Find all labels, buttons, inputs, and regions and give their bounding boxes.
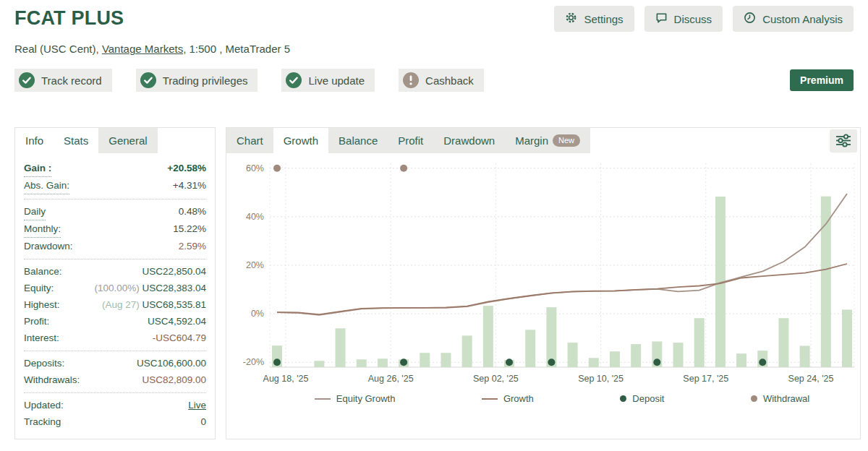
settings-button[interactable]: Settings — [554, 6, 634, 32]
badge-trading-privileges: Trading privileges — [136, 69, 258, 92]
badge-cashback: Cashback — [399, 69, 484, 92]
x-axis-label: Sep 10, '25 — [578, 374, 624, 384]
discuss-button[interactable]: Discuss — [644, 6, 723, 32]
equity-bars — [272, 197, 852, 367]
info-label-monthly[interactable]: Monthly: — [24, 220, 61, 238]
info-row-tracking: Tracking0 — [24, 413, 206, 430]
legend-label: Growth — [503, 393, 534, 404]
info-panel: InfoStatsGeneral Gain :+20.58%Abs. Gain:… — [14, 127, 216, 439]
badge-track-record: Track record — [14, 69, 112, 92]
svg-text:60%: 60% — [246, 163, 264, 173]
info-tab-general[interactable]: General — [98, 128, 157, 153]
info-value-profit: USC4,592.04 — [148, 313, 206, 330]
info-label-highest: Highest: — [24, 296, 60, 313]
info-tab-info[interactable]: Info — [15, 128, 54, 153]
custom-analysis-button[interactable]: Custom Analysis — [733, 6, 854, 32]
tab-label: Profit — [398, 134, 423, 147]
value-prefix: (100.00%) — [94, 283, 142, 293]
growth-chart-svg: 60%40%20%0%-20%Aug 18, '25Aug 26, '25Sep… — [228, 158, 860, 385]
check-circle-icon — [19, 72, 35, 88]
info-value-deposits: USC106,600.00 — [137, 355, 206, 371]
x-axis-label: Sep 24, '25 — [788, 374, 834, 384]
legend-label: Equity Growth — [336, 393, 396, 404]
tab-label: Margin — [515, 134, 548, 147]
info-label-interest: Interest: — [24, 330, 59, 346]
chart-panel: ChartGrowthBalanceProfitDrawdownMarginNe… — [226, 127, 861, 439]
badge-live-update: Live update — [281, 69, 375, 92]
legend-dot-swatch — [751, 395, 757, 402]
chart-tab-margin[interactable]: MarginNew — [505, 128, 590, 153]
x-axis-label: Aug 26, '25 — [368, 374, 414, 384]
info-label-updated: Updated: — [24, 397, 64, 413]
legend-item-withdrawal[interactable]: Withdrawal — [751, 393, 809, 404]
verification-badges: Track recordTrading privilegesLive updat… — [14, 69, 790, 92]
account-subtitle: Real (USC Cent), Vantage Markets, 1:500 … — [14, 43, 854, 55]
info-label-deposits: Deposits: — [24, 355, 64, 371]
info-value-highest: (Aug 27) USC68,535.81 — [102, 296, 206, 313]
legend-label: Withdrawal — [763, 393, 809, 404]
chart-tab-profit[interactable]: Profit — [388, 128, 433, 153]
clock-icon — [744, 12, 756, 26]
x-axis-label: Sep 17, '25 — [683, 374, 728, 384]
info-row-balance: Balance:USC22,850.04 — [24, 263, 206, 280]
legend-item-growth[interactable]: Growth — [482, 393, 534, 404]
badge-label: Track record — [41, 74, 102, 87]
info-label-withdrawals: Withdrawals: — [24, 371, 80, 388]
info-value-tracking: 0 — [200, 413, 206, 430]
settings-label: Settings — [584, 13, 623, 25]
legend-label: Deposit — [632, 393, 664, 404]
subtitle-suffix: , 1:500 , MetaTrader 5 — [183, 43, 290, 55]
info-group: Balance:USC22,850.04Equity:(100.00%) USC… — [24, 259, 206, 349]
tab-label: General — [109, 134, 147, 147]
chart-filter-button[interactable] — [830, 129, 857, 153]
tab-label: Chart — [237, 134, 263, 147]
info-label-gain[interactable]: Gain : — [24, 160, 51, 177]
x-axis-label: Aug 18, '25 — [263, 374, 309, 384]
info-value-balance: USC22,850.04 — [142, 263, 206, 280]
legend-line-swatch — [482, 398, 498, 400]
chart-tab-growth[interactable]: Growth — [273, 128, 328, 153]
info-row-equity: Equity:(100.00%) USC28,383.04 — [24, 280, 206, 296]
svg-text:-20%: -20% — [243, 357, 264, 367]
info-value-daily: 0.48% — [179, 203, 206, 220]
info-label-abs-gain[interactable]: Abs. Gain: — [24, 177, 69, 194]
legend-item-deposit[interactable]: Deposit — [620, 393, 664, 404]
info-value-monthly: 15.22% — [173, 220, 206, 237]
header-actions: SettingsDiscussCustom Analysis — [554, 4, 854, 32]
chart-body: 60%40%20%0%-20%Aug 18, '25Aug 26, '25Sep… — [226, 153, 860, 404]
legend-item-equity-growth[interactable]: Equity Growth — [315, 393, 396, 404]
x-axis-label: Sep 02, '25 — [473, 374, 519, 384]
new-badge: New — [553, 134, 580, 147]
broker-link[interactable]: Vantage Markets — [102, 43, 183, 55]
chart-tab-drawdown[interactable]: Drawdown — [433, 128, 505, 153]
info-tab-stats[interactable]: Stats — [54, 128, 98, 153]
info-row-drawdown: Drawdown:2.59% — [24, 238, 206, 254]
info-group: Updated:LiveTracking0 — [24, 392, 206, 433]
equity-growth-line — [277, 194, 847, 315]
info-row-abs-gain: Abs. Gain:+4.31% — [24, 177, 206, 194]
page-header: FCAT PLUS SettingsDiscussCustom Analysis… — [0, 0, 868, 92]
chart-tab-chart[interactable]: Chart — [226, 128, 273, 153]
info-row-daily: Daily0.48% — [24, 203, 206, 220]
info-row-monthly: Monthly:15.22% — [24, 220, 206, 238]
info-row-interest: Interest:-USC604.79 — [24, 330, 206, 346]
value-prefix: (Aug 27) — [102, 299, 142, 310]
page-title: FCAT PLUS — [14, 4, 124, 32]
chart-tab-balance[interactable]: Balance — [328, 128, 388, 153]
info-label-equity: Equity: — [24, 280, 54, 296]
check-circle-icon — [140, 72, 156, 88]
check-circle-icon — [286, 72, 302, 88]
premium-button[interactable]: Premium — [790, 69, 854, 91]
exclamation-circle-icon — [403, 72, 419, 88]
info-value-abs-gain: +4.31% — [173, 177, 206, 194]
badge-label: Trading privileges — [163, 74, 248, 87]
growth-chart[interactable]: 60%40%20%0%-20%Aug 18, '25Aug 26, '25Sep… — [228, 158, 860, 387]
chat-icon — [655, 12, 668, 26]
info-row-updated: Updated:Live — [24, 397, 206, 413]
info-value-updated[interactable]: Live — [188, 397, 206, 413]
tab-label: Growth — [284, 134, 318, 147]
tab-label: Drawdown — [443, 134, 495, 147]
legend-dot-swatch — [620, 395, 626, 402]
info-label-daily[interactable]: Daily — [24, 203, 46, 220]
legend-line-swatch — [315, 398, 331, 400]
